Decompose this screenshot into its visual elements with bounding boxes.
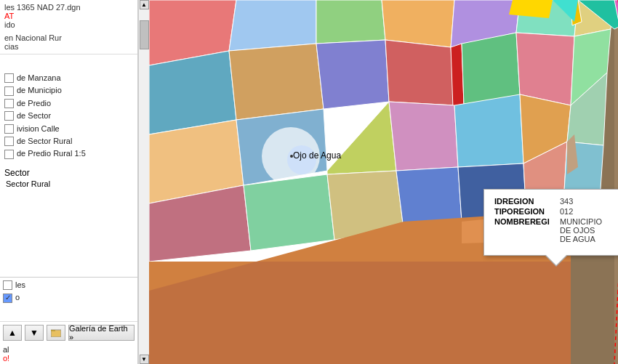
- popup-val-tiporegion: 012: [560, 207, 573, 216]
- left-panel: les 1365 NAD 27.dgn AT ido en Nacional R…: [0, 0, 138, 364]
- bottom-item-1[interactable]: o: [3, 291, 135, 304]
- svg-point-23: [287, 145, 316, 174]
- layer-item-1[interactable]: de Municipio: [4, 84, 133, 97]
- map-area[interactable]: Ojo de Agua × IDREGION 343 TIPOREGION 01…: [149, 0, 618, 364]
- svg-marker-25: [389, 102, 458, 171]
- layer-item-3[interactable]: de Sector: [4, 110, 133, 122]
- layer-item-6[interactable]: de Predio Rural 1:5: [4, 147, 133, 160]
- bottom-panel: leso ▲ ▼ Galería de Earth » al o!: [0, 277, 137, 364]
- top-line3: ido: [4, 20, 133, 29]
- section-label: Sector: [4, 166, 133, 179]
- layer-label-1: de Municipio: [17, 85, 62, 96]
- popup-key-tiporegion: TIPOREGION: [494, 207, 560, 216]
- left-scrollbar[interactable]: ▲ ▼: [138, 0, 149, 364]
- map-popup: × IDREGION 343 TIPOREGION 012 NOMBREREGI…: [483, 189, 618, 256]
- bottom-line1: al: [3, 345, 135, 354]
- top-line2: AT: [4, 12, 133, 20]
- svg-marker-6: [229, 0, 316, 51]
- layer-label-6: de Predio Rural 1:5: [17, 148, 86, 159]
- nav-down-button[interactable]: ▼: [25, 325, 44, 341]
- svg-marker-18: [516, 33, 574, 105]
- bottom-item-0[interactable]: les: [3, 279, 135, 291]
- svg-marker-24: [327, 102, 396, 174]
- layer-item-4[interactable]: ivision Calle: [4, 123, 133, 135]
- popup-key-idregion: IDREGION: [494, 197, 560, 206]
- svg-marker-26: [454, 94, 523, 167]
- layer-checkbox-5[interactable]: [4, 137, 14, 146]
- layer-label-3: de Sector: [17, 110, 51, 121]
- layer-checkbox-3[interactable]: [4, 111, 14, 121]
- bottom-label-0: les: [15, 280, 25, 291]
- bottom-items-container: leso: [3, 279, 135, 304]
- popup-row-nombreregi: NOMBREREGI MUNICIPIODE OJOSDE AGUA: [494, 217, 618, 243]
- layer-list: de Manzanade Municipiode Prediode Sector…: [0, 54, 137, 277]
- layer-label-4: ivision Calle: [17, 124, 60, 134]
- svg-marker-13: [229, 44, 324, 120]
- top-line1: les 1365 NAD 27.dgn: [4, 3, 133, 12]
- layer-checkbox-4[interactable]: [4, 124, 14, 134]
- gallery-button[interactable]: Galería de Earth »: [68, 325, 135, 341]
- scroll-thumb[interactable]: [140, 20, 149, 49]
- layer-label-2: de Predio: [17, 98, 51, 109]
- popup-row-idregion: IDREGION 343: [494, 197, 618, 206]
- nav-folder-button[interactable]: [47, 325, 65, 341]
- layer-checkbox-6[interactable]: [4, 150, 14, 159]
- layer-item-5[interactable]: de Sector Rural: [4, 135, 133, 147]
- bottom-line2: o!: [3, 354, 135, 363]
- nav-buttons: ▲ ▼ Galería de Earth »: [0, 321, 137, 344]
- svg-rect-3: [614, 0, 618, 364]
- svg-rect-39: [149, 262, 571, 364]
- top-line5: cias: [4, 42, 133, 51]
- top-info: les 1365 NAD 27.dgn AT ido en Nacional R…: [0, 0, 137, 54]
- layer-label-0: de Manzana: [17, 73, 61, 84]
- svg-marker-15: [385, 40, 454, 105]
- svg-marker-14: [316, 40, 389, 109]
- popup-key-nombreregi: NOMBREREGI: [494, 217, 560, 243]
- svg-marker-30: [244, 174, 334, 251]
- layer-item-0[interactable]: de Manzana: [4, 72, 133, 84]
- bottom-list: leso: [0, 278, 137, 321]
- svg-marker-7: [316, 0, 385, 44]
- bottom-checkbox-0[interactable]: [3, 280, 12, 290]
- popup-val-nombreregi: MUNICIPIODE OJOSDE AGUA: [560, 217, 602, 243]
- layers-container: de Manzanade Municipiode Prediode Sector…: [4, 72, 133, 161]
- layer-checkbox-0[interactable]: [4, 73, 14, 83]
- map-svg: [149, 0, 618, 364]
- layer-label-5: de Sector Rural: [17, 136, 72, 147]
- svg-rect-1: [51, 330, 55, 331]
- nav-up-button[interactable]: ▲: [3, 325, 22, 341]
- layer-item-2[interactable]: de Predio: [4, 97, 133, 110]
- folder-icon: [51, 328, 61, 337]
- bottom-label-1: o: [15, 292, 20, 303]
- top-line4: en Nacional Rur: [4, 33, 133, 42]
- section-sublabel: Sector Rural: [4, 179, 133, 188]
- layer-checkbox-2[interactable]: [4, 99, 14, 108]
- bottom-extra: al o!: [0, 344, 137, 364]
- popup-val-idregion: 343: [560, 197, 573, 206]
- layer-checkbox-1[interactable]: [4, 86, 14, 96]
- ojo-de-agua-dot: [290, 155, 293, 158]
- svg-marker-8: [382, 0, 454, 47]
- bottom-checkbox-1[interactable]: [3, 294, 12, 303]
- popup-row-tiporegion: TIPOREGION 012: [494, 207, 618, 216]
